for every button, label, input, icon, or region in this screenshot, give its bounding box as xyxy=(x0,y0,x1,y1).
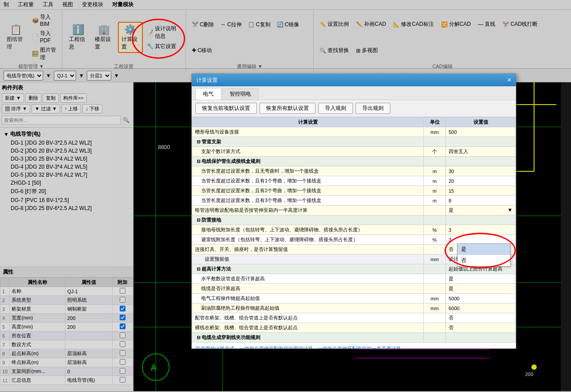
dialog: 计算设置 × 电气 智控弱电 恢复当前项默认设置 恢复所有默认设置 导入规则 导… xyxy=(191,73,516,349)
settings-unit xyxy=(424,215,446,225)
settings-unit: m xyxy=(424,186,446,196)
settings-row: 线缆是否计算超高 是 xyxy=(192,284,516,294)
settings-val: 500 xyxy=(446,127,516,137)
settings-val xyxy=(446,157,516,166)
settings-val: 15 xyxy=(446,186,516,196)
settings-name: ⊟管道支架 xyxy=(192,137,424,147)
settings-unit xyxy=(424,333,446,343)
settings-unit xyxy=(424,137,446,147)
settings-name: 水平敷数设管道是否计算超高 xyxy=(192,274,424,284)
col-header-unit: 单位 xyxy=(424,117,446,127)
settings-table: 计算设置 单位 设置值 槽形母线与设备连接 mm 500 ⊟管道支架 支架个数计… xyxy=(192,117,516,343)
table-header-row: 计算设置 单位 设置值 xyxy=(192,117,516,127)
settings-row: 刷油防腐绝热工程操作物超高起始值 mm 6000 xyxy=(192,303,516,313)
settings-val: 是 xyxy=(446,274,516,284)
settings-row: ⊟管道支架 xyxy=(192,137,516,147)
settings-name: ⊟电缆生成穿刺线夹功能规则 xyxy=(192,333,424,343)
settings-name: ⊟电线保护管生成接线盒规则 xyxy=(192,157,424,166)
settings-row: 暗管连明敷设配电箱是否按管伸至箱内一半高度计算 是 ▼ xyxy=(192,206,516,215)
settings-name: 设置预留值 xyxy=(192,255,424,264)
settings-unit: % xyxy=(424,225,446,235)
dialog-close-btn[interactable]: × xyxy=(507,76,511,84)
btn-export-rules[interactable]: 导出规则 xyxy=(356,103,390,114)
settings-row: ⊟电缆生成穿刺线夹功能规则 xyxy=(192,333,516,343)
settings-row: 水平敷数设管道是否计算超高 是 xyxy=(192,274,516,284)
info-link[interactable]: 提供两种计算方式，一种按立管伸至配电箱的两端计算，一种按立管伸至配电箱的一半高度… xyxy=(192,343,516,348)
dialog-tabs: 电气 智控弱电 xyxy=(192,86,516,100)
settings-row: 支架个数计算方式 个 四舍五入 xyxy=(192,147,516,157)
dialog-body: 计算设置 单位 设置值 槽形母线与设备连接 mm 500 ⊟管道支架 支架个数计… xyxy=(192,117,516,348)
dialog-actions: 恢复当前项默认设置 恢复所有默认设置 导入规则 导出规则 xyxy=(192,100,516,117)
settings-unit: mm xyxy=(424,303,446,313)
settings-name: 当管长度超过设置米数，且有2个弯曲，增加一个接线盒 xyxy=(192,186,424,196)
settings-unit: mm xyxy=(424,294,446,303)
settings-unit: mm xyxy=(424,127,446,137)
settings-row: 裸线在桥架、线槽、组合管道上是否有默认起点 否 xyxy=(192,323,516,333)
settings-val: 否 xyxy=(446,323,516,333)
col-header-val: 设置值 xyxy=(446,117,516,127)
settings-val: 8 xyxy=(446,196,516,206)
settings-unit xyxy=(424,157,446,166)
settings-row: 接地母线附加长度（包括转弯、上下波动、避绕障碍物、搭接头所占长度） % 3 xyxy=(192,225,516,235)
settings-name: 避雷线附加长度（包括转弯、上下波动、避绕障碍物、搭接头所占长度） xyxy=(192,235,424,245)
settings-unit xyxy=(424,323,446,333)
settings-name: 接地母线附加长度（包括转弯、上下波动、避绕障碍物、搭接头所占长度） xyxy=(192,225,424,235)
settings-row: 当管长度超过设置米数，且有3个弯曲，增加一个接线盒 m 8 xyxy=(192,196,516,206)
settings-name: ⊟超高计算方法 xyxy=(192,264,424,274)
btn-restore-all[interactable]: 恢复所有默认设置 xyxy=(259,103,316,114)
btn-import-rules[interactable]: 导入规则 xyxy=(318,103,353,114)
settings-name: 当管长度超过设置米数，且无弯曲时，增加一个接线盒 xyxy=(192,166,424,176)
settings-unit xyxy=(424,284,446,294)
settings-name: 裸线在桥架、线槽、组合管道上是否有默认起点 xyxy=(192,323,424,333)
settings-name: 线缆是否计算超高 xyxy=(192,284,424,294)
settings-val: 6000 xyxy=(446,303,516,313)
settings-val: 30 xyxy=(446,166,516,176)
settings-name: 连接灯具、开关、插座时，是否计算预留值 xyxy=(192,245,424,255)
settings-val: 四舍五入 xyxy=(446,147,516,157)
settings-row: 槽形母线与设备连接 mm 500 xyxy=(192,127,516,137)
settings-unit: % xyxy=(424,235,446,245)
settings-name: 电气工程操作物超高起始值 xyxy=(192,294,424,303)
dropdown-popup[interactable]: 是 否 xyxy=(457,243,510,267)
col-header-name: 计算设置 xyxy=(192,117,424,127)
settings-row: ⊟防雷接地 xyxy=(192,215,516,225)
settings-unit: 个 xyxy=(424,147,446,157)
settings-val: 5000 xyxy=(446,294,516,303)
btn-restore-current[interactable]: 恢复当前项默认设置 xyxy=(195,103,257,114)
settings-name: ⊟防雷接地 xyxy=(192,215,424,225)
settings-row: 当管长度超过设置米数，且有2个弯曲，增加一个接线盒 m 15 xyxy=(192,186,516,196)
settings-row: 配管在桥架、线槽、组合管道上是否有默认起点 否 xyxy=(192,313,516,323)
settings-row: ⊟电线保护管生成接线盒规则 xyxy=(192,157,516,166)
settings-val: 3 xyxy=(446,225,516,235)
settings-unit xyxy=(424,274,446,284)
settings-val xyxy=(446,333,516,343)
settings-row: 电气工程操作物超高起始值 mm 5000 xyxy=(192,294,516,303)
settings-unit: m xyxy=(424,196,446,206)
dropdown-option-shi[interactable]: 是 xyxy=(458,244,510,255)
settings-name: 当管长度超过设置米数，且有1个弯曲，增加一个接线盒 xyxy=(192,176,424,186)
tab-dianqi[interactable]: 电气 xyxy=(195,88,221,100)
settings-name: 配管在桥架、线槽、组合管道上是否有默认起点 xyxy=(192,313,424,323)
dialog-overlay[interactable]: 计算设置 × 电气 智控弱电 恢复当前项默认设置 恢复所有默认设置 导入规则 导… xyxy=(0,0,571,392)
settings-name: 支架个数计算方式 xyxy=(192,147,424,157)
settings-row: 当管长度超过设置米数，且无弯曲时，增加一个接线盒 m 30 xyxy=(192,166,516,176)
settings-unit xyxy=(424,206,446,215)
settings-row: 当管长度超过设置米数，且有1个弯曲，增加一个接线盒 m 20 xyxy=(192,176,516,186)
settings-unit: mm xyxy=(424,255,446,264)
dropdown-option-fou[interactable]: 否 xyxy=(458,255,510,266)
settings-unit xyxy=(424,264,446,274)
settings-name: 刷油防腐绝热工程操作物超高起始值 xyxy=(192,303,424,313)
settings-unit xyxy=(424,313,446,323)
settings-name: 暗管连明敷设配电箱是否按管伸至箱内一半高度计算 xyxy=(192,206,424,215)
settings-val: 20 xyxy=(446,176,516,186)
settings-name: 当管长度超过设置米数，且有3个弯曲，增加一个接线盒 xyxy=(192,196,424,206)
settings-unit: m xyxy=(424,166,446,176)
settings-val: 是 xyxy=(446,284,516,294)
settings-val xyxy=(446,137,516,147)
settings-val-dropdown[interactable]: 是 ▼ xyxy=(446,206,516,215)
settings-val: 否 xyxy=(446,313,516,323)
settings-unit xyxy=(424,245,446,255)
tab-zhikong[interactable]: 智控弱电 xyxy=(222,88,259,100)
settings-name: 槽形母线与设备连接 xyxy=(192,127,424,137)
settings-unit: m xyxy=(424,176,446,186)
